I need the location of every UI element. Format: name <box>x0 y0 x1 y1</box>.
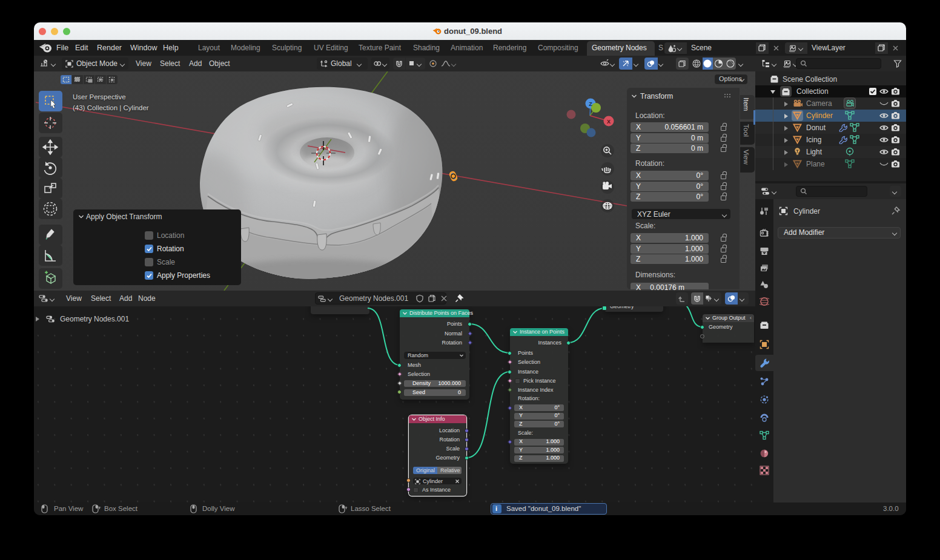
svg-text:Z: Z <box>589 101 592 107</box>
svg-text:X: X <box>607 119 611 125</box>
